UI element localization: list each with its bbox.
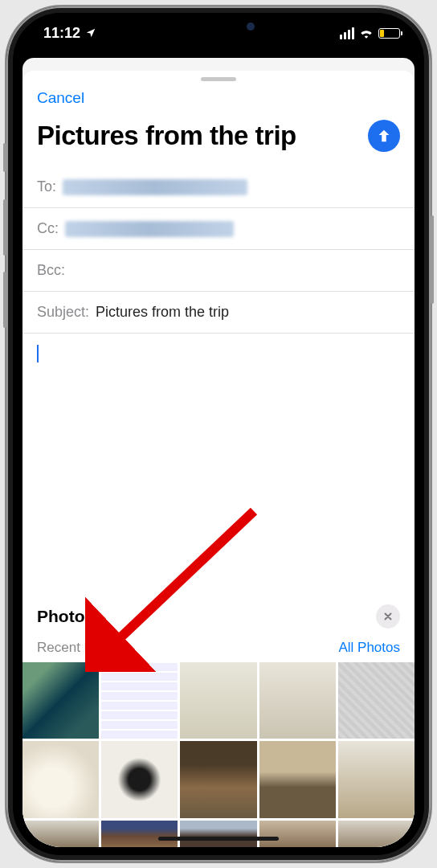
message-body[interactable] (22, 334, 415, 596)
subject-label: Subject: (37, 304, 89, 321)
volume-up-button (3, 199, 6, 256)
photo-thumb[interactable] (259, 821, 336, 847)
status-time: 11:12 (43, 25, 80, 42)
cc-field[interactable]: Cc: (22, 208, 415, 250)
text-cursor (37, 345, 39, 362)
photo-thumb[interactable] (22, 821, 99, 847)
to-label: To: (37, 178, 56, 195)
photo-thumb[interactable] (180, 741, 256, 817)
subject-value: Pictures from the trip (96, 304, 400, 321)
power-button (431, 215, 434, 304)
arrow-up-icon (375, 127, 393, 145)
photos-panel: Photos Recent Photos All Photos (22, 596, 415, 847)
photo-thumb[interactable] (338, 741, 415, 817)
photo-thumb[interactable] (180, 662, 256, 739)
photo-thumb[interactable] (101, 821, 178, 847)
compose-title: Pictures from the trip (37, 121, 296, 151)
recent-photos-label: Recent Photos (37, 640, 127, 656)
bcc-label: Bcc: (37, 262, 65, 279)
photo-thumb[interactable] (22, 662, 99, 739)
photo-thumb[interactable] (259, 662, 336, 739)
battery-icon (378, 28, 400, 39)
phone-frame: 11:12 Cancel Pictures from the trip (6, 6, 431, 862)
photo-thumb[interactable] (338, 821, 415, 847)
subject-field[interactable]: Subject: Pictures from the trip (22, 292, 415, 334)
to-value-redacted (63, 179, 247, 195)
cc-label: Cc: (37, 220, 59, 237)
photo-thumb[interactable] (101, 662, 178, 739)
photo-thumb[interactable] (180, 821, 256, 847)
bcc-field[interactable]: Bcc: (22, 250, 415, 292)
silent-switch (3, 143, 6, 172)
wifi-icon (359, 27, 374, 39)
photos-title: Photos (37, 607, 94, 626)
cc-value-redacted (65, 221, 234, 237)
to-field[interactable]: To: (22, 166, 415, 208)
photo-thumb[interactable] (259, 741, 336, 817)
photo-grid (22, 662, 415, 847)
home-indicator[interactable] (158, 837, 279, 841)
close-photos-button[interactable] (376, 604, 400, 628)
location-icon (85, 27, 96, 39)
close-icon (383, 612, 393, 621)
notch (134, 13, 303, 39)
signal-icon (340, 27, 354, 39)
photo-thumb[interactable] (22, 741, 99, 817)
volume-down-button (3, 272, 6, 328)
photo-thumb[interactable] (101, 741, 178, 817)
send-button[interactable] (368, 120, 400, 152)
compose-sheet: Cancel Pictures from the trip To: Cc: Bc… (22, 71, 415, 847)
all-photos-button[interactable]: All Photos (338, 640, 400, 656)
photo-thumb[interactable] (338, 662, 415, 739)
cancel-button[interactable]: Cancel (37, 89, 84, 107)
